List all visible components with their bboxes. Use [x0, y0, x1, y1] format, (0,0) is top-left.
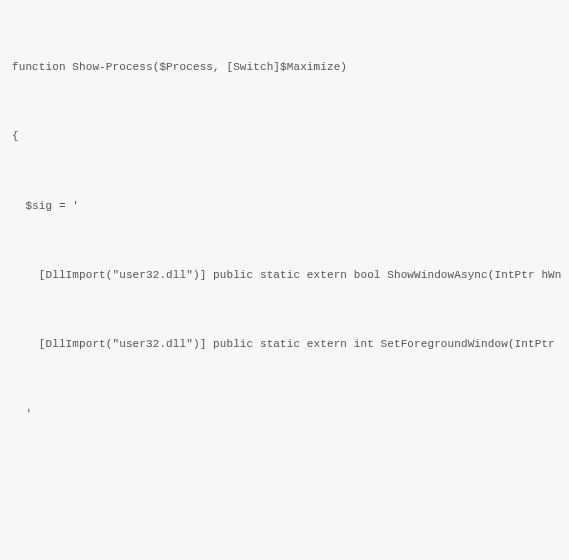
code-line: [DllImport("user32.dll")] public static … — [12, 264, 557, 287]
code-line: ' — [12, 403, 557, 426]
code-line: function Show-Process($Process, [Switch]… — [12, 56, 557, 79]
code-line: { — [12, 125, 557, 148]
code-line: $sig = ' — [12, 195, 557, 218]
code-line: [DllImport("user32.dll")] public static … — [12, 333, 557, 356]
code-block: function Show-Process($Process, [Switch]… — [0, 0, 569, 560]
